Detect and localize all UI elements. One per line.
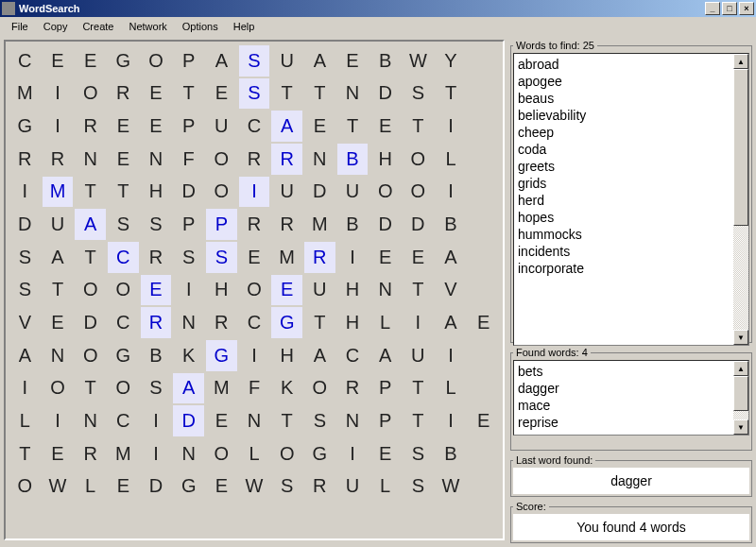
grid-cell[interactable]: I — [43, 78, 74, 110]
grid-cell[interactable]: I — [9, 177, 41, 208]
grid-cell[interactable]: N — [337, 78, 369, 110]
list-item[interactable]: believability — [518, 107, 730, 124]
grid-cell[interactable]: G — [304, 438, 335, 470]
grid-cell[interactable]: E — [108, 111, 139, 142]
grid-cell[interactable]: A — [75, 209, 106, 240]
grid-cell[interactable] — [468, 438, 499, 470]
grid-cell[interactable]: B — [337, 144, 369, 175]
list-item[interactable]: beaus — [518, 90, 730, 107]
grid-cell[interactable]: L — [9, 405, 41, 436]
grid-cell[interactable]: E — [271, 275, 302, 306]
grid-cell[interactable]: I — [239, 177, 270, 208]
grid-cell[interactable]: S — [271, 471, 302, 503]
grid-cell[interactable]: S — [403, 471, 434, 503]
scroll-down-button[interactable]: ▼ — [733, 330, 748, 345]
scroll-down-button[interactable]: ▼ — [733, 419, 748, 435]
grid-cell[interactable]: M — [108, 438, 139, 470]
list-item[interactable]: abroad — [518, 56, 730, 73]
grid-cell[interactable]: R — [337, 373, 369, 404]
grid-cell[interactable]: S — [239, 45, 270, 77]
grid-cell[interactable]: E — [468, 405, 499, 436]
grid-cell[interactable]: N — [369, 275, 401, 306]
grid-cell[interactable]: O — [141, 45, 172, 77]
scroll-track[interactable] — [733, 69, 748, 330]
grid-cell[interactable]: I — [436, 405, 467, 436]
grid-cell[interactable]: T — [403, 111, 434, 142]
grid-cell[interactable]: L — [75, 471, 106, 503]
grid-cell[interactable]: D — [173, 405, 204, 436]
grid-cell[interactable]: E — [43, 307, 74, 338]
grid-cell[interactable] — [468, 340, 499, 371]
list-item[interactable]: greets — [518, 158, 730, 175]
grid-cell[interactable]: C — [9, 45, 41, 77]
grid-cell[interactable]: M — [206, 373, 237, 404]
grid-cell[interactable]: E — [369, 111, 401, 142]
list-item[interactable]: incidents — [518, 243, 730, 260]
grid-cell[interactable]: D — [173, 177, 204, 208]
grid-cell[interactable]: T — [173, 78, 204, 110]
grid-cell[interactable]: T — [403, 405, 434, 436]
grid-cell[interactable]: U — [206, 111, 237, 142]
grid-cell[interactable] — [468, 111, 499, 142]
scroll-up-button[interactable]: ▲ — [733, 54, 748, 69]
grid-cell[interactable]: I — [337, 438, 369, 470]
grid-cell[interactable]: T — [403, 275, 434, 306]
maximize-button[interactable]: □ — [722, 2, 737, 15]
grid-cell[interactable]: I — [337, 242, 369, 273]
grid-cell[interactable]: E — [75, 45, 106, 77]
list-item[interactable]: hopes — [518, 209, 730, 226]
grid-cell[interactable]: R — [75, 111, 106, 142]
grid-cell[interactable]: R — [304, 242, 335, 273]
grid-cell[interactable]: S — [206, 242, 237, 273]
grid-cell[interactable]: O — [9, 471, 41, 503]
grid-cell[interactable]: A — [436, 307, 467, 338]
grid-cell[interactable]: A — [9, 340, 41, 371]
grid-cell[interactable]: I — [9, 373, 41, 404]
grid-cell[interactable]: W — [239, 471, 270, 503]
grid-cell[interactable]: S — [403, 438, 434, 470]
grid-cell[interactable]: A — [369, 340, 401, 371]
letter-grid[interactable]: CEEGOPASUAEBWYMIORETESTTNDSTGIREEPUCAETE… — [9, 45, 499, 535]
grid-cell[interactable]: V — [9, 307, 41, 338]
grid-cell[interactable]: P — [369, 373, 401, 404]
list-item[interactable]: coda — [518, 141, 730, 158]
grid-cell[interactable]: H — [206, 275, 237, 306]
grid-cell[interactable]: E — [141, 111, 172, 142]
grid-cell[interactable]: I — [239, 340, 270, 371]
grid-cell[interactable]: T — [75, 242, 106, 273]
grid-cell[interactable]: D — [369, 78, 401, 110]
list-item[interactable]: reprise — [518, 414, 730, 431]
grid-cell[interactable]: T — [75, 373, 106, 404]
grid-cell[interactable]: P — [369, 405, 401, 436]
grid-cell[interactable]: H — [271, 340, 302, 371]
grid-cell[interactable]: R — [75, 438, 106, 470]
grid-cell[interactable]: E — [43, 45, 74, 77]
grid-cell[interactable]: Y — [436, 45, 467, 77]
grid-cell[interactable]: G — [271, 307, 302, 338]
scroll-thumb[interactable] — [733, 69, 748, 226]
grid-cell[interactable]: S — [9, 275, 41, 306]
list-item[interactable]: incorporate — [518, 260, 730, 277]
grid-cell[interactable]: S — [141, 373, 172, 404]
grid-cell[interactable]: O — [369, 177, 401, 208]
grid-cell[interactable]: E — [468, 307, 499, 338]
grid-cell[interactable]: E — [304, 111, 335, 142]
grid-cell[interactable]: T — [271, 405, 302, 436]
grid-cell[interactable]: C — [239, 111, 270, 142]
grid-cell[interactable]: D — [304, 177, 335, 208]
grid-cell[interactable]: T — [43, 275, 74, 306]
grid-cell[interactable]: A — [173, 373, 204, 404]
grid-cell[interactable]: G — [108, 45, 139, 77]
grid-cell[interactable]: U — [403, 340, 434, 371]
grid-cell[interactable]: W — [436, 471, 467, 503]
grid-cell[interactable]: W — [403, 45, 434, 77]
grid-cell[interactable]: M — [271, 242, 302, 273]
close-button[interactable]: × — [739, 2, 754, 15]
words-to-find-list[interactable]: abroadapogeebeausbelievabilitycheepcodag… — [513, 53, 749, 346]
grid-cell[interactable]: N — [141, 144, 172, 175]
grid-cell[interactable]: C — [108, 307, 139, 338]
grid-cell[interactable] — [468, 242, 499, 273]
grid-cell[interactable]: D — [141, 471, 172, 503]
grid-cell[interactable]: E — [369, 438, 401, 470]
grid-cell[interactable]: O — [304, 373, 335, 404]
